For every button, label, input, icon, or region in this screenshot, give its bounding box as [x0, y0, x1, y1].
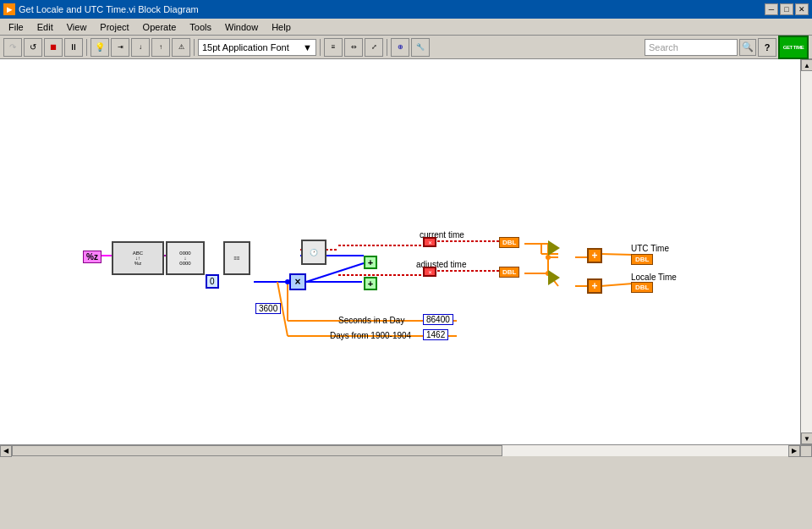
constant-86400: 86400 — [423, 314, 453, 325]
triangle-top — [548, 240, 560, 256]
horizontal-scrollbar[interactable]: ◀ ▶ — [0, 444, 812, 456]
menu-operate[interactable]: Operate — [136, 20, 184, 34]
pause-button[interactable]: ⏸ — [64, 38, 83, 57]
step-over-button[interactable]: ⇥ — [111, 38, 129, 57]
scroll-right-arrow[interactable]: ▶ — [788, 445, 800, 457]
dbl-output-locale: DBL — [631, 282, 653, 293]
menu-tools[interactable]: Tools — [183, 20, 218, 34]
align-button[interactable]: ≡ — [324, 38, 343, 57]
dbl-output-utc: DBL — [631, 254, 653, 265]
menu-project[interactable]: Project — [93, 20, 135, 34]
search-box[interactable]: Search — [645, 39, 738, 56]
label-seconds-in-a-day: Seconds in a Day — [338, 316, 404, 325]
get-time-label: GET TIME — [783, 45, 804, 50]
maximize-button[interactable]: □ — [780, 3, 793, 15]
main-diagram-area: %z ABC ↓↑ %z 0000 ↓ 0000 0 ≡≡ — [0, 59, 812, 444]
constant-3600: 3600 — [255, 303, 281, 314]
menu-help[interactable]: Help — [265, 20, 298, 34]
multiply-node[interactable]: × — [289, 273, 306, 290]
distribute-button[interactable]: ⇔ — [344, 38, 363, 57]
constant-1462: 1462 — [423, 329, 448, 340]
diagram-canvas: %z ABC ↓↑ %z 0000 ↓ 0000 0 ≡≡ — [0, 59, 799, 444]
error-cluster-bottom: ✕ — [423, 267, 436, 277]
step-into-button[interactable]: ↓ — [131, 38, 150, 57]
triangle-bottom — [548, 270, 560, 285]
plus-orange-top[interactable]: + — [587, 248, 602, 263]
scroll-track-v — [801, 71, 812, 433]
plus-orange-bottom[interactable]: + — [587, 278, 602, 294]
scroll-up-arrow[interactable]: ▲ — [801, 59, 812, 71]
title-bar-controls[interactable]: ─ □ ✕ — [765, 3, 809, 15]
font-dropdown-arrow: ▼ — [303, 42, 312, 52]
sep4 — [387, 39, 387, 56]
sep2 — [194, 39, 195, 56]
font-selector[interactable]: 15pt Application Font ▼ — [198, 39, 316, 56]
below-area — [0, 456, 812, 529]
menu-window[interactable]: Window — [218, 20, 265, 34]
tools-button[interactable]: 🔧 — [411, 38, 430, 57]
svg-line-4 — [306, 263, 364, 282]
scan-format-group: ABC ↓↑ %z — [112, 241, 164, 275]
title-bar-left: ▶ Get Locale and UTC Time.vi Block Diagr… — [3, 3, 199, 15]
vertical-scrollbar[interactable]: ▲ ▼ — [800, 59, 812, 444]
sep3 — [320, 39, 321, 56]
add-node-top[interactable]: + — [364, 256, 377, 269]
scroll-down-arrow[interactable]: ▼ — [801, 433, 812, 444]
minimize-button[interactable]: ─ — [765, 3, 778, 15]
abort-button[interactable]: ⏹ — [44, 38, 63, 57]
scroll-left-arrow[interactable]: ◀ — [0, 445, 12, 457]
title-bar: ▶ Get Locale and UTC Time.vi Block Diagr… — [0, 0, 812, 19]
search-button[interactable]: 🔍 — [739, 39, 756, 56]
toolbar: ↷ ↺ ⏹ ⏸ 💡 ⇥ ↓ ↑ ⚠ 15pt Application Font … — [0, 36, 812, 59]
highlight-button[interactable]: 💡 — [91, 38, 109, 57]
format-group: 0000 ↓ 0000 — [166, 241, 205, 275]
menu-file[interactable]: File — [2, 20, 30, 34]
format-node[interactable]: 0000 ↓ 0000 — [166, 241, 205, 275]
menu-edit[interactable]: Edit — [30, 20, 60, 34]
label-locale-time: Locale Time — [631, 273, 677, 282]
svg-line-29 — [601, 284, 633, 286]
string-constant-z: %z — [83, 251, 102, 263]
step-out-button[interactable]: ↑ — [151, 38, 170, 57]
menu-view[interactable]: View — [60, 20, 94, 34]
run-button[interactable]: ↷ — [3, 38, 22, 57]
sep1 — [86, 39, 87, 56]
add-node-bottom[interactable]: + — [364, 277, 377, 290]
error-cluster-top: ✕ — [423, 237, 436, 247]
scan-node[interactable]: ABC ↓↑ %z — [112, 241, 164, 275]
sub-node: ≡≡ — [223, 241, 250, 275]
app-icon: ▶ — [3, 3, 15, 15]
warn-button[interactable]: ⚠ — [172, 38, 190, 57]
close-button[interactable]: ✕ — [795, 3, 809, 15]
help-question-button[interactable]: ? — [758, 38, 776, 57]
window-title: Get Locale and UTC Time.vi Block Diagram — [19, 4, 199, 14]
zero-constant: 0 — [206, 274, 219, 289]
svg-line-28 — [601, 254, 633, 255]
scrollbar-corner — [800, 445, 812, 457]
get-time-button[interactable]: GET TIME — [778, 36, 809, 59]
string-value: %z — [86, 252, 98, 262]
scroll-thumb-h — [12, 445, 502, 456]
dbl-terminal-bottom: DBL — [499, 267, 519, 278]
scroll-track-h — [12, 445, 788, 456]
menu-bar: File Edit View Project Operate Tools Win… — [0, 19, 812, 36]
get-time-subvi[interactable]: 🕐 — [301, 240, 326, 265]
label-days-from: Days from 1900-1904 — [330, 331, 411, 340]
sub-vi-node[interactable]: ≡≡ — [223, 241, 250, 275]
search-placeholder: Search — [649, 42, 678, 52]
env-button[interactable]: ⊕ — [391, 38, 409, 57]
resize-button[interactable]: ⤢ — [365, 38, 383, 57]
dbl-terminal-top: DBL — [499, 237, 519, 248]
label-utc-time: UTC Time — [631, 244, 669, 253]
run-continuously-button[interactable]: ↺ — [24, 38, 42, 57]
